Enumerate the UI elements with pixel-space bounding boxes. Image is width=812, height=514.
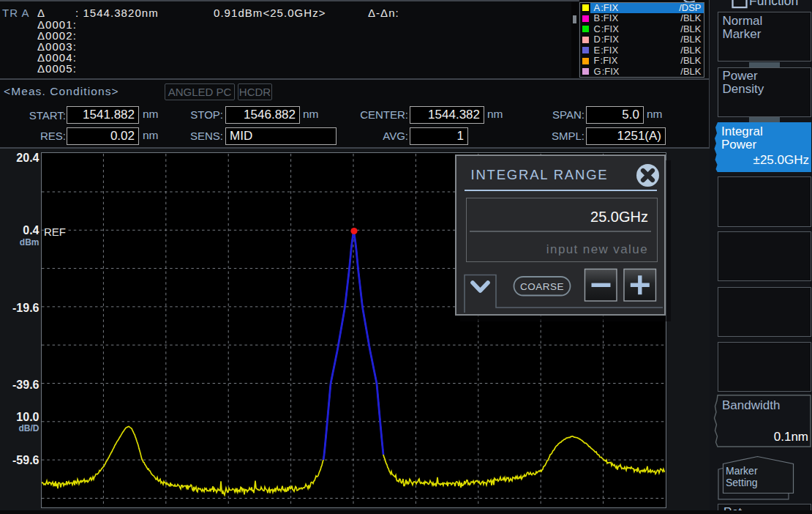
svg-text:0.1nm: 0.1nm: [774, 430, 808, 444]
svg-text:±25.0GHz: ±25.0GHz: [753, 152, 809, 166]
svg-text:Marker: Marker: [726, 465, 758, 477]
svg-text:COARSE: COARSE: [519, 281, 563, 292]
svg-text:Setting: Setting: [726, 477, 758, 488]
svg-text:Integral: Integral: [721, 124, 763, 138]
svg-text:Bandwidth: Bandwidth: [722, 398, 780, 412]
svg-text:Power: Power: [721, 137, 757, 151]
